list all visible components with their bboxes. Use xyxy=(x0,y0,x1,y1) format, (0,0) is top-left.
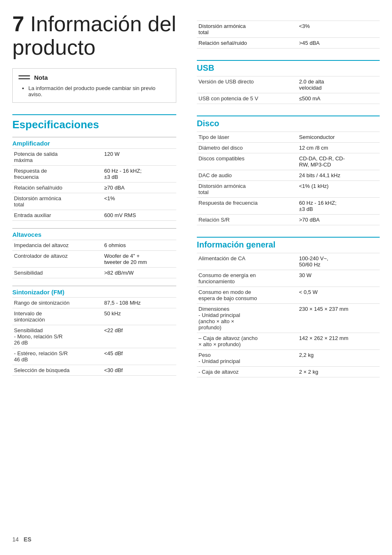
table-row: Discos compatibles CD-DA, CD-R, CD-RW, M… xyxy=(197,153,380,170)
table-row: Relación señal/ruido >45 dBA xyxy=(197,38,380,49)
usb-title: USB xyxy=(197,60,380,73)
table-row: Intervalo desintonización 50 kHz xyxy=(12,308,176,325)
footer: 14 ES xyxy=(12,528,380,543)
table-row: - Estéreo, relación S/R46 dB <45 dBf xyxy=(12,348,176,365)
sintonizador-table: Rango de sintonización 87,5 - 108 MHz In… xyxy=(12,297,176,376)
footer-language: ES xyxy=(24,536,32,543)
table-row: Respuesta defrecuencia 60 Hz - 16 kHZ;±3… xyxy=(12,166,176,183)
note-title: Nota xyxy=(34,74,48,81)
table-row: Alimentación de CA 100-240 V~,50/60 Hz xyxy=(197,253,380,270)
info-general-title: Información general xyxy=(197,237,380,250)
note-text: La información del producto puede cambia… xyxy=(18,85,170,97)
table-row: Potencia de salidamáxima 120 W xyxy=(12,149,176,166)
table-row: Impedancia del altavoz 6 ohmios xyxy=(12,240,176,251)
table-row: Dimensiones- Unidad principal(ancho × al… xyxy=(197,304,380,333)
info-general-table: Alimentación de CA 100-240 V~,50/60 Hz C… xyxy=(197,253,380,377)
table-row: Rango de sintonización 87,5 - 108 MHz xyxy=(12,298,176,308)
right-top: Distorsión armónicatotal <3% Relación se… xyxy=(197,21,380,377)
table-row: Sensibilidad- Mono, relación S/R26 dB <2… xyxy=(12,325,176,348)
table-row: Consumo en modo deespera de bajo consumo… xyxy=(197,287,380,304)
table-row: Relación señal/ruido ≥70 dBA xyxy=(12,183,176,193)
table-row: Sensibilidad >82 dB/m/W xyxy=(12,268,176,278)
disco-table: Tipo de láser Semiconductor Diámetro del… xyxy=(197,132,380,225)
table-row: Selección de búsqueda <30 dBf xyxy=(12,365,176,376)
table-row: Relación S/R >70 dBA xyxy=(197,215,380,225)
table-row: Versión de USB directo 2.0 de altaveloci… xyxy=(197,76,380,93)
table-row: – Caja de altavoz (ancho× alto × profund… xyxy=(197,333,380,350)
footer-page-number: 14 xyxy=(12,536,19,543)
especificaciones-title: Especificaciones xyxy=(12,114,176,131)
sintonizador-title: Sintonizador (FM) xyxy=(12,286,176,296)
table-row: Distorsión armónicatotal <1% (1 kHz) xyxy=(197,181,380,198)
note-box: Nota La información del producto puede c… xyxy=(12,68,176,103)
table-row: Peso- Unidad principal 2,2 kg xyxy=(197,350,380,367)
amplificador-table: Potencia de salidamáxima 120 W Respuesta… xyxy=(12,148,176,221)
table-row: Diámetro del disco 12 cm /8 cm xyxy=(197,143,380,153)
table-row: Consumo de energía enfuncionamiento 30 W xyxy=(197,270,380,287)
table-row: USB con potencia de 5 V ≤500 mA xyxy=(197,93,380,104)
table-row: - Caja de altavoz 2 × 2 kg xyxy=(197,367,380,377)
table-row: Distorsión armónicatotal <1% xyxy=(12,193,176,210)
table-row: Respuesta de frecuencia 60 Hz - 16 kHZ;±… xyxy=(197,198,380,215)
usb-table: Versión de USB directo 2.0 de altaveloci… xyxy=(197,76,380,104)
page-title: 7 Información del producto xyxy=(12,12,176,59)
table-row: Tipo de láser Semiconductor xyxy=(197,132,380,143)
table-row: Distorsión armónicatotal <3% xyxy=(197,21,380,38)
table-row: Entrada auxiliar 600 mV RMS xyxy=(12,210,176,221)
note-icon xyxy=(18,73,30,82)
amplificador-title: Amplificador xyxy=(12,137,176,147)
table-row: DAC de audio 24 bits / 44,1 kHz xyxy=(197,170,380,181)
altavoces-table: Impedancia del altavoz 6 ohmios Controla… xyxy=(12,240,176,278)
disco-title: Disco xyxy=(197,116,380,128)
right-top-table: Distorsión armónicatotal <3% Relación se… xyxy=(197,21,380,49)
table-row: Controlador de altavoz Woofer de 4" +twe… xyxy=(12,251,176,268)
altavoces-title: Altavoces xyxy=(12,228,176,238)
